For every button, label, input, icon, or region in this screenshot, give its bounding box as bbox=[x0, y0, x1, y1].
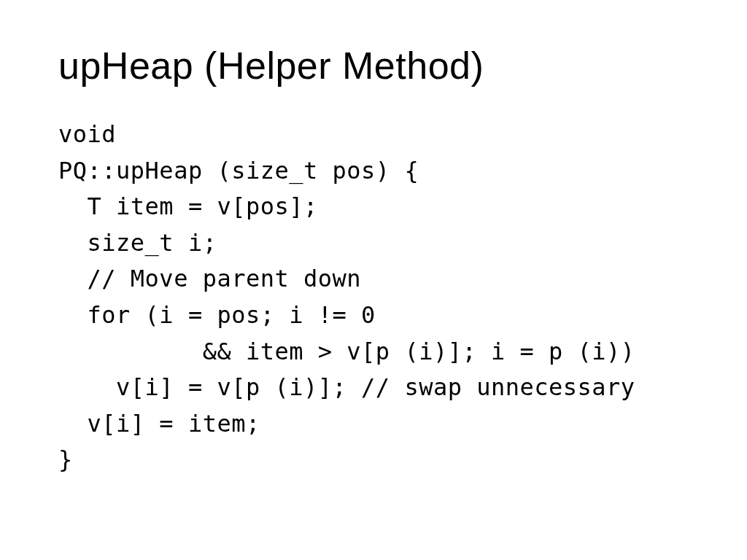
code-line: } bbox=[58, 446, 73, 473]
code-line: v[i] = v[p (i)]; // swap unnecessary bbox=[58, 373, 635, 401]
code-line: v[i] = item; bbox=[58, 410, 260, 438]
code-line: void bbox=[58, 120, 116, 148]
code-block: void PQ::upHeap (size_t pos) { T item = … bbox=[58, 117, 689, 478]
slide: upHeap (Helper Method) void PQ::upHeap (… bbox=[0, 0, 747, 560]
code-line: T item = v[pos]; bbox=[58, 192, 318, 220]
code-line: // Move parent down bbox=[58, 265, 361, 292]
code-line: PQ::upHeap (size_t pos) { bbox=[58, 157, 419, 184]
code-line: size_t i; bbox=[58, 229, 217, 257]
slide-title: upHeap (Helper Method) bbox=[58, 44, 689, 88]
code-line: for (i = pos; i != 0 bbox=[58, 301, 376, 329]
code-line: && item > v[p (i)]; i = p (i)) bbox=[58, 338, 635, 365]
